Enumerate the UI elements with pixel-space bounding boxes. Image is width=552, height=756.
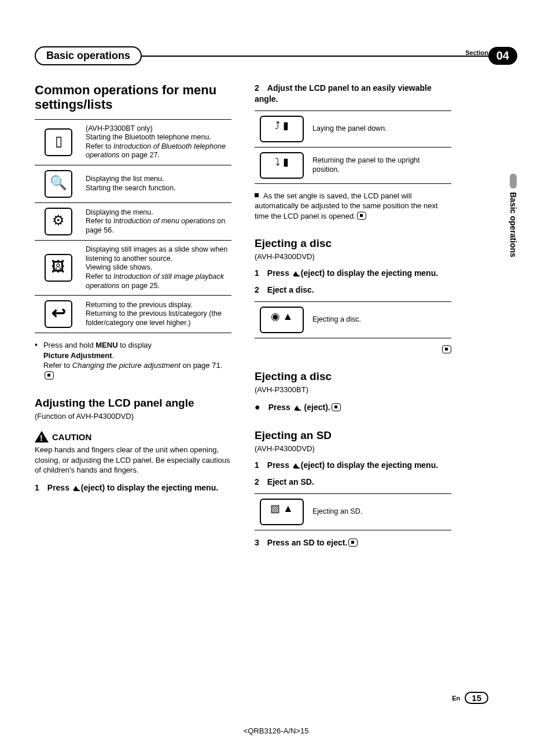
model-note: (AVH-P4300DVD) xyxy=(255,252,451,261)
sd-eject-icon: ▧ ▲ xyxy=(260,499,304,525)
footer-page-number: 15 xyxy=(465,692,488,704)
menu-hold-note: • Press and hold MENU to display Picture… xyxy=(35,340,231,381)
common-operations-heading: Common operations for menu settings/list… xyxy=(35,83,231,112)
section-end xyxy=(255,345,451,354)
operations-table: ▯ (AVH-P3300BT only) Starting the Blueto… xyxy=(35,119,231,334)
table-row: 🔍 Displaying the list menu. Starting the… xyxy=(35,165,231,203)
two-column-layout: Common operations for menu settings/list… xyxy=(35,83,517,554)
caution-heading: CAUTION xyxy=(35,431,231,442)
table-row: ⤵ ▮ Returning the panel to the upright p… xyxy=(255,147,451,183)
caution-label: CAUTION xyxy=(52,432,91,442)
side-tab: Basic operations xyxy=(507,174,520,257)
step-2: 2Adjust the LCD panel to an easily viewa… xyxy=(255,83,451,105)
row-text: Laying the panel down. xyxy=(309,110,451,147)
bullet-icon: • xyxy=(35,340,38,381)
header-bar: Basic operations 04 xyxy=(35,46,517,65)
phone-icon: ▯ xyxy=(45,128,72,156)
table-row: ↩ Returning to the previous display. Ret… xyxy=(35,296,231,333)
row-text: Returning the panel to the upright posit… xyxy=(309,147,451,183)
search-icon: 🔍 xyxy=(45,170,72,198)
end-mark-icon xyxy=(442,345,451,353)
table-row: ▯ (AVH-P3300BT only) Starting the Blueto… xyxy=(35,119,231,165)
eject-disc-table: ◉ ▲ Ejecting a disc. xyxy=(255,301,451,338)
side-tab-text: Basic operations xyxy=(509,192,518,257)
left-column: Common operations for menu settings/list… xyxy=(35,83,231,554)
return-icon: ↩ xyxy=(45,300,72,328)
model-note: (AVH-P3300BT) xyxy=(255,385,451,394)
angle-note: As the set angle is saved, the LCD panel… xyxy=(255,191,451,222)
header-rule xyxy=(141,56,490,57)
table-row: 🖼 Displaying still images as a slide sho… xyxy=(35,241,231,296)
eject-sd-table: ▧ ▲ Ejecting an SD. xyxy=(255,493,451,530)
eject-bullet: ●Press (eject). xyxy=(255,401,451,414)
table-row: ⤴ ▮ Laying the panel down. xyxy=(255,110,451,147)
disc-eject-icon: ◉ ▲ xyxy=(260,307,304,333)
ejecting-disc-heading-1: Ejecting a disc xyxy=(255,237,451,250)
end-mark-icon xyxy=(45,371,54,379)
row-text: Returning to the previous display. Retur… xyxy=(82,296,231,333)
end-mark-icon xyxy=(332,403,341,411)
table-row: ▧ ▲ Ejecting an SD. xyxy=(255,494,451,530)
step-1: 1Press (eject) to display the ejecting m… xyxy=(35,482,231,493)
right-column: 2Adjust the LCD panel to an easily viewa… xyxy=(255,83,451,554)
row-text: (AVH-P3300BT only) Starting the Bluetoot… xyxy=(82,119,231,165)
row-text: Ejecting an SD. xyxy=(309,494,451,530)
model-note: (Function of AVH-P4300DVD) xyxy=(35,412,231,421)
row-text: Displaying still images as a slide show … xyxy=(82,241,231,296)
step-1: 1Press (eject) to display the ejecting m… xyxy=(255,460,451,471)
menu-icon: ⚙ xyxy=(45,208,72,235)
table-row: ⚙ Displaying the menu. Refer to Introduc… xyxy=(35,203,231,241)
end-mark-icon xyxy=(357,212,366,220)
footer-lang: En xyxy=(452,695,460,702)
caution-triangle-icon xyxy=(35,431,49,442)
slideshow-icon: 🖼 xyxy=(45,254,72,282)
end-mark-icon xyxy=(348,539,358,547)
section-number-badge: 04 xyxy=(488,47,517,65)
page: Section Basic operations 04 Basic operat… xyxy=(0,0,552,756)
step-2: 2Eject an SD. xyxy=(255,477,451,488)
caution-text: Keep hands and fingers clear of the unit… xyxy=(35,445,231,475)
lcd-angle-heading: Adjusting the LCD panel angle xyxy=(35,397,231,410)
page-footer: En 15 xyxy=(452,692,488,704)
ejecting-sd-heading: Ejecting an SD xyxy=(255,429,451,442)
square-bullet-icon xyxy=(255,193,259,197)
step-3: 3Press an SD to eject. xyxy=(255,537,451,548)
section-label: Section xyxy=(465,49,488,56)
row-text: Ejecting a disc. xyxy=(309,302,451,338)
document-code: <QRB3126-A/N>15 xyxy=(0,727,552,735)
model-note: (AVH-P4300DVD) xyxy=(255,444,451,453)
row-text: Displaying the list menu. Starting the s… xyxy=(82,165,231,203)
side-tab-cap-icon xyxy=(510,174,517,189)
panel-down-icon: ⤴ ▮ xyxy=(260,116,304,142)
angle-table: ⤴ ▮ Laying the panel down. ⤵ ▮ Returning… xyxy=(255,110,451,184)
panel-up-icon: ⤵ ▮ xyxy=(260,152,304,179)
step-2: 2Eject a disc. xyxy=(255,285,451,296)
ejecting-disc-heading-2: Ejecting a disc xyxy=(255,370,451,383)
header-title: Basic operations xyxy=(35,46,142,65)
table-row: ◉ ▲ Ejecting a disc. xyxy=(255,302,451,338)
row-text: Displaying the menu. Refer to Introducti… xyxy=(82,203,231,241)
step-1: 1Press (eject) to display the ejecting m… xyxy=(255,268,451,279)
